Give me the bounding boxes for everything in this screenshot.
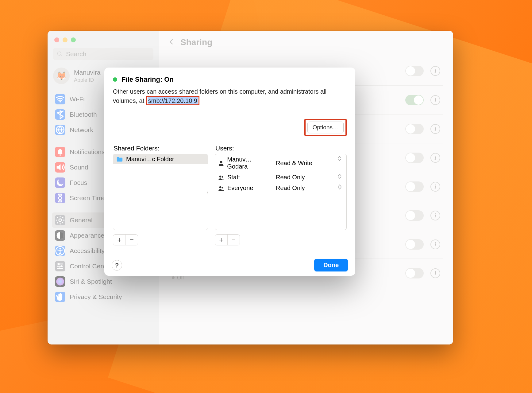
users-list[interactable]: Manuv…GodaraRead & WriteStaffRead OnlyEv…: [215, 154, 347, 230]
smb-address[interactable]: smb://172.20.10.9: [148, 97, 198, 104]
folder-icon: [116, 156, 123, 162]
stepper-icon[interactable]: [338, 154, 346, 172]
svg-point-13: [220, 161, 222, 163]
stepper-icon[interactable]: [338, 183, 346, 193]
user-name: Staff: [227, 174, 240, 181]
permission-select[interactable]: Read Only: [273, 183, 338, 193]
help-button[interactable]: ?: [112, 260, 122, 270]
stepper-icon[interactable]: [338, 172, 346, 183]
options-button[interactable]: Options…: [307, 122, 344, 133]
done-button[interactable]: Done: [314, 259, 348, 271]
status-dot-icon: [113, 77, 117, 82]
shared-folders-list[interactable]: Manuvi…c Folder: [113, 154, 208, 230]
user-name: Manuv…Godara: [227, 156, 271, 170]
svg-point-16: [219, 186, 221, 188]
shared-folders-label: Shared Folders:: [114, 145, 208, 152]
folder-name: Manuvi…c Folder: [126, 156, 174, 163]
add-user-button[interactable]: ＋: [215, 235, 227, 245]
users-label: Users:: [215, 145, 347, 152]
user-row[interactable]: Everyone: [215, 183, 273, 193]
user-row[interactable]: Staff: [215, 172, 273, 183]
options-highlight: Options…: [304, 119, 347, 136]
modal-description: Other users can access shared folders on…: [113, 87, 347, 105]
modal-title: File Sharing: On: [121, 76, 174, 84]
remove-user-button: −: [227, 235, 240, 245]
resize-handle-icon[interactable]: [207, 192, 208, 193]
file-sharing-modal: File Sharing: On Other users can access …: [104, 68, 355, 276]
folders-add-remove: ＋ −: [113, 234, 138, 245]
folder-row[interactable]: Manuvi…c Folder: [113, 154, 208, 164]
permission-select[interactable]: Read Only: [273, 172, 338, 183]
svg-point-14: [219, 175, 221, 177]
permission-select[interactable]: Read & Write: [273, 154, 338, 172]
user-name: Everyone: [227, 185, 253, 192]
user-row[interactable]: Manuv…Godara: [215, 154, 273, 172]
group-icon: [218, 185, 225, 192]
svg-point-17: [222, 187, 223, 188]
svg-point-15: [222, 176, 223, 177]
remove-folder-button[interactable]: −: [125, 235, 138, 245]
group-icon: [218, 174, 225, 181]
users-add-remove: ＋ −: [215, 234, 240, 245]
person-icon: [218, 160, 225, 166]
add-folder-button[interactable]: ＋: [113, 235, 125, 245]
